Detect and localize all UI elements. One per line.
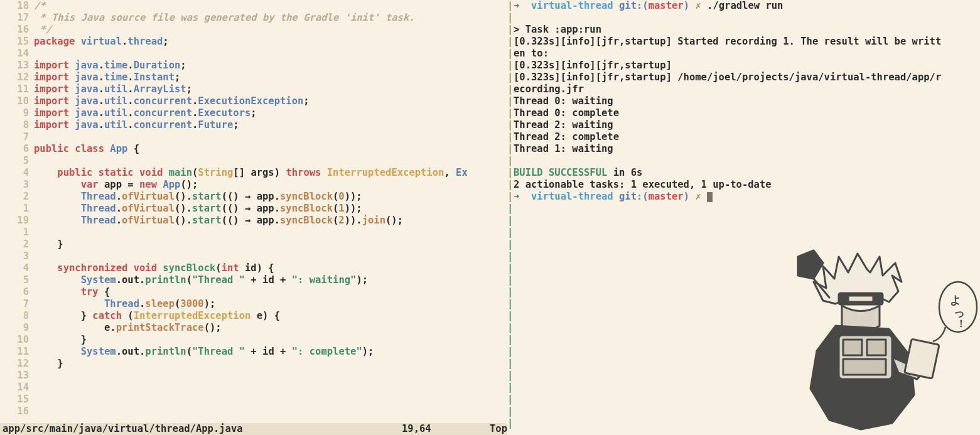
code-line[interactable]: 3 var app = new App(); bbox=[0, 179, 507, 191]
code-line[interactable]: 11 System.out.println("Thread " + id + "… bbox=[0, 346, 507, 358]
code-content bbox=[34, 155, 507, 167]
line-number: 4 bbox=[0, 167, 34, 179]
code-line[interactable]: 5 bbox=[0, 155, 507, 167]
code-line[interactable]: 5 System.out.println("Thread " + id + ":… bbox=[0, 274, 507, 286]
pane-divider: | bbox=[507, 239, 514, 250]
code-line[interactable]: 6public class App { bbox=[0, 143, 507, 155]
decorative-image: よ っ ！ bbox=[754, 244, 980, 432]
code-line[interactable]: 2 } bbox=[0, 239, 507, 250]
code-content: } catch (InterruptedException e) { bbox=[34, 310, 507, 322]
pane-divider: | bbox=[507, 298, 514, 310]
code-line[interactable]: 7 bbox=[0, 131, 507, 143]
code-line[interactable]: 13 bbox=[0, 370, 507, 382]
code-line[interactable]: 14 bbox=[0, 382, 507, 394]
status-file: app/src/main/java/virtual/thread/App.jav… bbox=[3, 423, 243, 435]
terminal-line: |➜ virtual-thread git:(master) ✗ ./gradl… bbox=[507, 0, 980, 12]
code-line[interactable]: 9import java.util.concurrent.Executors; bbox=[0, 107, 507, 119]
code-line[interactable]: 3 bbox=[0, 250, 507, 262]
line-number: 2 bbox=[0, 191, 34, 203]
line-number: 8 bbox=[0, 310, 34, 322]
pane-divider: | bbox=[507, 322, 514, 334]
code-content: Thread.sleep(3000); bbox=[34, 298, 507, 310]
pane-divider: | bbox=[507, 0, 514, 12]
code-buffer[interactable]: 18/*17 * This Java source file was gener… bbox=[0, 0, 507, 423]
code-line[interactable]: 2 Thread.ofVirtual().start(() → app.sync… bbox=[0, 191, 507, 203]
line-number: 15 bbox=[0, 394, 34, 405]
code-line[interactable]: 4 synchronized void syncBlock(int id) { bbox=[0, 262, 507, 274]
line-number: 16 bbox=[0, 24, 34, 36]
terminal-line: |Thread 2: waiting bbox=[507, 119, 980, 131]
code-content: import java.time.Duration; bbox=[34, 60, 507, 72]
line-number: 6 bbox=[0, 143, 34, 155]
line-number: 17 bbox=[0, 12, 34, 24]
line-number: 5 bbox=[0, 274, 34, 286]
line-number: 13 bbox=[0, 60, 34, 72]
code-line[interactable]: 19 Thread.ofVirtual().start(() → app.syn… bbox=[0, 215, 507, 227]
terminal-pane[interactable]: |➜ virtual-thread git:(master) ✗ ./gradl… bbox=[507, 0, 980, 435]
code-line[interactable]: 6 try { bbox=[0, 286, 507, 298]
code-line[interactable]: 14 bbox=[0, 48, 507, 60]
code-line[interactable]: 16 */ bbox=[0, 24, 507, 36]
code-content bbox=[34, 227, 507, 239]
pane-divider: | bbox=[507, 334, 514, 346]
line-number: 12 bbox=[0, 358, 34, 370]
line-number: 10 bbox=[0, 334, 34, 346]
code-line[interactable]: 4 public static void main(String[] args)… bbox=[0, 167, 507, 179]
code-content: e.printStackTrace(); bbox=[34, 322, 507, 334]
svg-rect-6 bbox=[905, 339, 939, 379]
code-line[interactable]: 8import java.util.concurrent.Future; bbox=[0, 119, 507, 131]
line-number: 6 bbox=[0, 286, 34, 298]
terminal-line: |[0.323s][info][jfr,startup] /home/joel/… bbox=[507, 72, 980, 83]
terminal-line: |BUILD SUCCESSFUL in 6s bbox=[507, 167, 980, 179]
code-line[interactable]: 11import java.util.ArrayList; bbox=[0, 83, 507, 95]
svg-rect-1 bbox=[848, 296, 873, 302]
editor-pane[interactable]: 18/*17 * This Java source file was gener… bbox=[0, 0, 507, 435]
code-line[interactable]: 8 } catch (InterruptedException e) { bbox=[0, 310, 507, 322]
code-content: */ bbox=[34, 24, 507, 36]
code-content: var app = new App(); bbox=[34, 179, 507, 191]
cursor-icon bbox=[707, 192, 713, 202]
code-line[interactable]: 10 } bbox=[0, 334, 507, 346]
code-line[interactable]: 9 e.printStackTrace(); bbox=[0, 322, 507, 334]
code-line[interactable]: 1 bbox=[0, 227, 507, 239]
pane-divider: | bbox=[507, 250, 514, 262]
code-line[interactable]: 15package virtual.thread; bbox=[0, 36, 507, 48]
line-number: 16 bbox=[0, 405, 34, 417]
code-line[interactable]: 12 } bbox=[0, 358, 507, 370]
pane-divider: | bbox=[507, 215, 514, 227]
svg-rect-5 bbox=[843, 359, 886, 375]
code-content bbox=[34, 405, 507, 417]
code-line[interactable]: 1 Thread.ofVirtual().start(() → app.sync… bbox=[0, 203, 507, 215]
status-scroll: Top bbox=[490, 423, 507, 435]
pane-divider: | bbox=[507, 60, 514, 72]
code-line[interactable]: 16 bbox=[0, 405, 507, 417]
code-line[interactable]: 12import java.time.Instant; bbox=[0, 72, 507, 83]
code-content bbox=[34, 131, 507, 143]
svg-text:よ: よ bbox=[950, 294, 961, 306]
code-content: public static void main(String[] args) t… bbox=[34, 167, 507, 179]
pane-divider: | bbox=[507, 167, 514, 179]
terminal-line: |Thread 1: waiting bbox=[507, 143, 980, 155]
code-content: Thread.ofVirtual().start(() → app.syncBl… bbox=[34, 203, 507, 215]
svg-text:っ: っ bbox=[954, 306, 965, 319]
code-line[interactable]: 10import java.util.concurrent.ExecutionE… bbox=[0, 95, 507, 107]
svg-text:！: ！ bbox=[956, 318, 966, 329]
code-line[interactable]: 13import java.time.Duration; bbox=[0, 60, 507, 72]
pane-divider: | bbox=[507, 417, 514, 429]
code-line[interactable]: 18/* bbox=[0, 0, 507, 12]
code-line[interactable]: 15 bbox=[0, 394, 507, 405]
code-content bbox=[34, 382, 507, 394]
terminal-line: |2 actionable tasks: 1 executed, 1 up-to… bbox=[507, 179, 980, 191]
code-content: synchronized void syncBlock(int id) { bbox=[34, 262, 507, 274]
code-content bbox=[34, 370, 507, 382]
code-content bbox=[34, 48, 507, 60]
code-content: import java.util.concurrent.Executors; bbox=[34, 107, 507, 119]
line-number: 11 bbox=[0, 83, 34, 95]
code-content: } bbox=[34, 239, 507, 250]
status-pos: 19,64 bbox=[402, 423, 431, 435]
line-number: 10 bbox=[0, 95, 34, 107]
code-line[interactable]: 17 * This Java source file was generated… bbox=[0, 12, 507, 24]
line-number: 3 bbox=[0, 250, 34, 262]
code-line[interactable]: 7 Thread.sleep(3000); bbox=[0, 298, 507, 310]
code-content: /* bbox=[34, 0, 507, 12]
